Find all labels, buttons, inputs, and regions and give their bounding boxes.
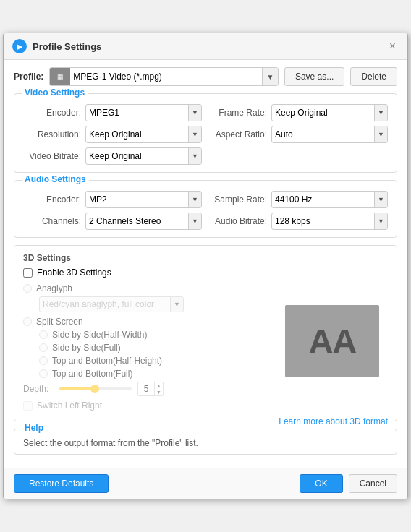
side-full-label: Side by Side(Full) — [52, 343, 121, 353]
3d-preview-box: AA — [285, 305, 379, 377]
side-half-label: Side by Side(Half-Width) — [52, 330, 147, 340]
encoder-arrow: ▼ — [188, 105, 201, 121]
profile-select[interactable]: MPEG-1 Video (*.mpg) — [70, 70, 262, 83]
audio-settings-grid: Encoder: MP2 ▼ Sample Rate: 44100 Hz — [23, 191, 388, 230]
audio-encoder-arrow: ▼ — [188, 192, 201, 207]
anaglyph-row: Anaglyph — [23, 283, 279, 293]
audio-encoder-row: Encoder: MP2 ▼ — [23, 191, 202, 208]
side-half-radio[interactable] — [39, 330, 48, 339]
channels-select[interactable]: 2 Channels Stereo — [86, 215, 188, 228]
anaglyph-arrow: ▼ — [170, 297, 183, 312]
slider-thumb[interactable] — [90, 385, 99, 393]
channels-label: Channels: — [23, 216, 81, 226]
profile-label: Profile: — [14, 72, 43, 82]
frame-rate-select[interactable]: Keep Original — [272, 106, 374, 119]
top-half-row: Top and Bottom(Half-Height) — [39, 356, 279, 366]
aspect-ratio-select[interactable]: Auto — [272, 128, 374, 141]
audio-bitrate-arrow: ▼ — [374, 213, 387, 229]
anaglyph-select[interactable]: Red/cyan anaglyph, full color — [40, 298, 170, 311]
depth-spinbox[interactable]: 5 ▲ ▼ — [137, 382, 164, 396]
frame-rate-label: Frame Rate: — [209, 108, 267, 118]
depth-label: Depth: — [23, 384, 54, 394]
switch-row: Switch Left Right — [23, 400, 279, 411]
delete-button[interactable]: Delete — [350, 67, 397, 86]
channels-arrow: ▼ — [188, 213, 201, 229]
frame-rate-row: Frame Rate: Keep Original ▼ — [209, 104, 388, 121]
side-full-radio[interactable] — [39, 343, 48, 352]
audio-settings-title: Audio Settings — [22, 174, 89, 184]
encoder-row: Encoder: MPEG1 ▼ — [23, 104, 202, 121]
depth-slider[interactable] — [59, 387, 132, 390]
help-section: Help Select the output format from the "… — [14, 429, 397, 455]
title-bar: ▶ Profile Settings × — [4, 33, 407, 60]
sample-rate-select-wrap[interactable]: 44100 Hz ▼ — [271, 191, 388, 208]
dialog-body: Profile: ▦ MPEG-1 Video (*.mpg) ▼ Save a… — [4, 60, 407, 468]
top-full-radio[interactable] — [39, 369, 48, 378]
resolution-label: Resolution: — [23, 129, 81, 140]
save-as-button[interactable]: Save as... — [284, 67, 344, 86]
depth-row: Depth: 5 ▲ ▼ — [23, 382, 279, 396]
anaglyph-label: Anaglyph — [36, 283, 72, 293]
help-title: Help — [22, 423, 46, 433]
audio-bitrate-label: Audio Bitrate: — [209, 216, 267, 226]
3d-left-col: Anaglyph Red/cyan anaglyph, full color ▼… — [23, 283, 279, 411]
resolution-select[interactable]: Keep Original — [86, 128, 188, 141]
spin-down-button[interactable]: ▼ — [155, 389, 163, 395]
ok-button[interactable]: OK — [300, 474, 342, 493]
dialog-footer: Restore Defaults OK Cancel — [4, 468, 407, 499]
video-bitrate-label: Video Bitrate: — [23, 151, 81, 161]
profile-select-wrap[interactable]: ▦ MPEG-1 Video (*.mpg) ▼ — [49, 67, 279, 86]
video-settings-title: Video Settings — [22, 87, 88, 98]
cancel-button[interactable]: Cancel — [349, 474, 397, 493]
film-icon: ▦ — [57, 73, 64, 80]
dialog-title: Profile Settings — [33, 41, 101, 52]
restore-defaults-button[interactable]: Restore Defaults — [14, 474, 109, 493]
learn-more-link[interactable]: Learn more about 3D format — [279, 416, 388, 426]
title-bar-left: ▶ Profile Settings — [12, 39, 101, 53]
spin-up-button[interactable]: ▲ — [155, 382, 163, 389]
enable-3d-checkbox[interactable] — [23, 268, 33, 278]
top-half-radio[interactable] — [39, 356, 48, 365]
sample-rate-label: Sample Rate: — [209, 194, 267, 205]
close-button[interactable]: × — [386, 39, 399, 53]
resolution-row: Resolution: Keep Original ▼ — [23, 126, 202, 143]
frame-rate-select-wrap[interactable]: Keep Original ▼ — [271, 104, 388, 121]
split-screen-radio[interactable] — [23, 317, 32, 326]
profile-select-arrow: ▼ — [262, 68, 278, 85]
resolution-arrow: ▼ — [188, 126, 201, 142]
profile-icon-box: ▦ — [50, 68, 70, 85]
encoder-select[interactable]: MPEG1 — [86, 106, 188, 119]
video-settings-grid: Encoder: MPEG1 ▼ Frame Rate: Keep Origin… — [23, 104, 388, 165]
preview-letters: AA — [308, 322, 355, 361]
settings-3d-title: 3D Settings — [23, 253, 388, 263]
side-half-row: Side by Side(Half-Width) — [39, 330, 279, 340]
audio-bitrate-select[interactable]: 128 kbps — [272, 215, 374, 228]
video-bitrate-select-wrap[interactable]: Keep Original ▼ — [85, 147, 202, 165]
channels-row: Channels: 2 Channels Stereo ▼ — [23, 213, 202, 230]
audio-bitrate-select-wrap[interactable]: 128 kbps ▼ — [271, 213, 388, 230]
anaglyph-select-wrap[interactable]: Red/cyan anaglyph, full color ▼ — [39, 296, 184, 312]
audio-encoder-label: Encoder: — [23, 194, 81, 205]
aspect-ratio-label: Aspect Ratio: — [209, 129, 267, 140]
aspect-ratio-select-wrap[interactable]: Auto ▼ — [271, 126, 388, 143]
spin-arrows: ▲ ▼ — [154, 382, 163, 395]
app-icon: ▶ — [12, 39, 27, 53]
anaglyph-radio[interactable] — [23, 284, 32, 293]
audio-encoder-select[interactable]: MP2 — [86, 193, 188, 206]
audio-encoder-select-wrap[interactable]: MP2 ▼ — [85, 191, 202, 208]
resolution-select-wrap[interactable]: Keep Original ▼ — [85, 126, 202, 143]
aspect-ratio-row: Aspect Ratio: Auto ▼ — [209, 126, 388, 143]
enable-3d-label: Enable 3D Settings — [37, 267, 111, 278]
video-settings-section: Video Settings Encoder: MPEG1 ▼ Frame Ra… — [14, 93, 397, 173]
sample-rate-select[interactable]: 44100 Hz — [272, 193, 374, 206]
channels-select-wrap[interactable]: 2 Channels Stereo ▼ — [85, 213, 202, 230]
video-bitrate-arrow: ▼ — [188, 148, 201, 164]
side-full-row: Side by Side(Full) — [39, 343, 279, 353]
profile-row: Profile: ▦ MPEG-1 Video (*.mpg) ▼ Save a… — [14, 67, 397, 86]
encoder-select-wrap[interactable]: MPEG1 ▼ — [85, 104, 202, 121]
sample-rate-arrow: ▼ — [374, 192, 387, 207]
profile-settings-dialog: ▶ Profile Settings × Profile: ▦ MPEG-1 V… — [3, 33, 408, 499]
switch-left-right-checkbox[interactable] — [23, 401, 33, 411]
video-bitrate-select[interactable]: Keep Original — [86, 150, 188, 163]
depth-value: 5 — [138, 384, 154, 394]
